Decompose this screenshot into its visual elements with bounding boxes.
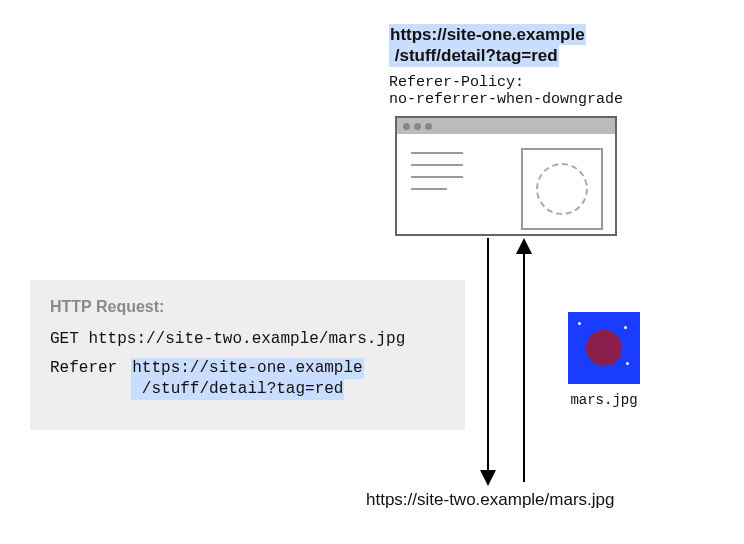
http-referer-header: Referer https://site-one.example /stuff/… <box>50 358 445 400</box>
http-request-line: GET https://site-two.example/mars.jpg <box>50 330 445 348</box>
referrer-policy-label: Referer-Policy: no-referrer-when-downgra… <box>389 74 623 109</box>
http-request-panel: HTTP Request: GET https://site-two.examp… <box>30 280 465 430</box>
image-placeholder <box>521 148 603 230</box>
policy-line2: no-referrer-when-downgrade <box>389 91 623 108</box>
mars-image-filename: mars.jpg <box>570 392 637 408</box>
origin-page-url: https://site-one.example /stuff/detail?t… <box>389 24 586 67</box>
browser-window <box>395 116 617 236</box>
referer-header-name: Referer <box>50 358 117 400</box>
loading-circle-icon <box>536 163 588 215</box>
origin-url-line2: /stuff/detail?tag=red <box>389 45 559 66</box>
target-resource-url: https://site-two.example/mars.jpg <box>366 490 614 510</box>
browser-chrome <box>397 118 615 134</box>
mars-image-asset: mars.jpg <box>568 312 640 408</box>
policy-line1: Referer-Policy: <box>389 74 524 91</box>
mars-image-icon <box>568 312 640 384</box>
origin-url-line1: https://site-one.example <box>389 24 586 45</box>
page-text-placeholder <box>411 152 463 200</box>
http-request-title: HTTP Request: <box>50 298 445 316</box>
request-response-arrows <box>0 0 744 544</box>
referer-header-value: https://site-one.example /stuff/detail?t… <box>131 358 363 400</box>
